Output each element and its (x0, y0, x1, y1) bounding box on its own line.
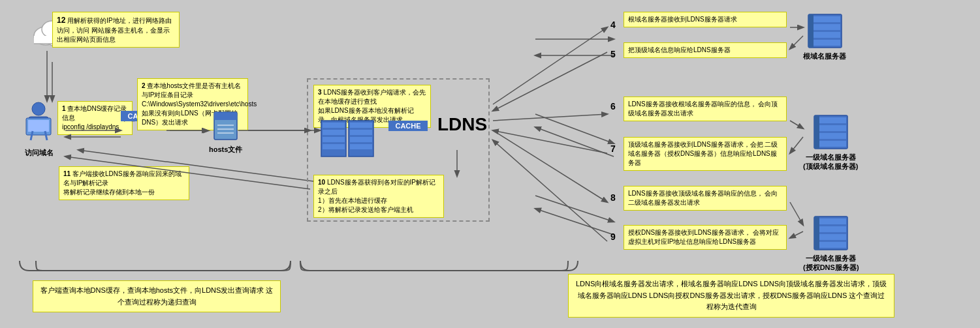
svg-rect-52 (815, 226, 846, 232)
svg-line-6 (535, 127, 614, 157)
top-dns-server: 一级域名服务器(顶级域名服务器) (803, 114, 858, 171)
svg-point-17 (32, 102, 45, 115)
svg-rect-41 (810, 32, 840, 38)
step-5-number: 5 (610, 49, 616, 59)
svg-rect-29 (323, 123, 345, 128)
svg-rect-54 (815, 242, 846, 248)
top-dns-label: 一级域名服务器(顶级域名服务器) (803, 153, 858, 171)
svg-rect-39 (810, 16, 840, 22)
svg-rect-30 (323, 130, 345, 135)
svg-line-56 (493, 27, 607, 104)
root-dns-label: 根域名服务器 (803, 52, 846, 61)
note-8: LDNS服务器接收顶级域名服务器响应的信息， 会向二级域名服务器发出请求 (624, 186, 787, 211)
svg-rect-46 (815, 125, 846, 131)
hosts-file-label: hosts文件 (209, 145, 242, 155)
svg-line-65 (790, 137, 803, 153)
svg-rect-24 (214, 112, 237, 120)
step-9-number: 9 (610, 231, 616, 242)
ldns-cache-label: CACHE (388, 121, 428, 131)
client-icon: 访问域名 (21, 101, 57, 158)
ldns-server-box (320, 117, 379, 164)
note-12: 12 用解析获得的IP地址，进行网络路由访问，访问 网站服务器主机名，金显示出相… (52, 12, 180, 48)
root-dns-server: 根域名服务器 (803, 13, 846, 61)
svg-rect-40 (810, 24, 840, 30)
svg-line-64 (790, 121, 803, 128)
svg-rect-35 (350, 130, 372, 135)
auth-dns-label: 一级域名服务器(授权DNS服务器) (803, 254, 859, 273)
step-4-number: 4 (610, 20, 616, 30)
step-8-number: 8 (610, 192, 616, 203)
svg-rect-32 (323, 144, 345, 149)
svg-rect-31 (323, 137, 345, 142)
svg-line-60 (493, 130, 607, 202)
svg-line-58 (493, 114, 607, 121)
svg-rect-37 (350, 144, 372, 149)
svg-line-57 (493, 52, 607, 111)
note-6: LDNS服务器接收根域名服务器响应的信息， 会向顶级域名服务器发出请求 (624, 97, 787, 121)
svg-line-61 (493, 140, 607, 241)
auth-dns-server: 一级域名服务器(授权DNS服务器) (803, 215, 859, 273)
hosts-file-icon: hosts文件 (209, 111, 242, 155)
svg-line-67 (790, 231, 803, 238)
visit-domain-label: 访问域名 (21, 148, 57, 158)
svg-rect-42 (810, 40, 840, 46)
svg-line-8 (535, 209, 614, 235)
svg-line-5 (535, 114, 614, 143)
svg-line-59 (493, 130, 607, 153)
diagram-container: 12 用解析获得的IP地址，进行网络路由访问，访问 网站服务器主机名，金显示出相… (0, 0, 980, 328)
note-11: 11 客户端接收LDNS服务器响应回来的域名与IP解析记录将解析记录继续存储到本… (59, 166, 189, 200)
note-5: 把顶级域名信息响应给LDNS服务器 (624, 42, 787, 58)
svg-rect-36 (350, 137, 372, 142)
note-7: 顶级域名服务器接收到LDNS服务器请求，会把 二级域名服务器（授权DNS服务器）… (624, 137, 787, 171)
svg-rect-47 (815, 133, 846, 139)
svg-rect-53 (815, 234, 846, 240)
svg-rect-20 (28, 120, 49, 132)
svg-rect-48 (815, 141, 846, 147)
note-4: 根域名服务器接收到LDNS服务器请求 (624, 12, 787, 27)
svg-rect-43 (808, 14, 814, 48)
note-10: 10 LDNS服务器获得到各对应的IP解析记录之后1）首先在本地进行缓存2）将解… (313, 175, 444, 218)
step-7-number: 7 (610, 143, 616, 154)
step-6-number: 6 (610, 101, 616, 112)
svg-rect-55 (814, 216, 819, 250)
svg-line-66 (790, 202, 803, 225)
svg-rect-45 (815, 117, 846, 123)
svg-line-63 (790, 36, 803, 49)
bottom-right-note: LDNS向根域名服务器发出请求，根域名服务器响应LDNS LDNS向顶级域名服务… (568, 274, 894, 318)
svg-rect-49 (814, 115, 819, 149)
bottom-left-note: 客户端查询本地DNS缓存，查询本地hosts文件，向LDNS发出查询请求 这个查… (33, 280, 281, 312)
note-9: 授权DNS服务器接收到LDNS服务器请求， 会将对应虚拟主机对应IP地址信息响应… (624, 225, 787, 250)
svg-rect-34 (350, 123, 372, 128)
svg-line-7 (535, 196, 614, 222)
svg-rect-51 (815, 218, 846, 224)
ldns-main-label: LDNS (437, 114, 487, 135)
